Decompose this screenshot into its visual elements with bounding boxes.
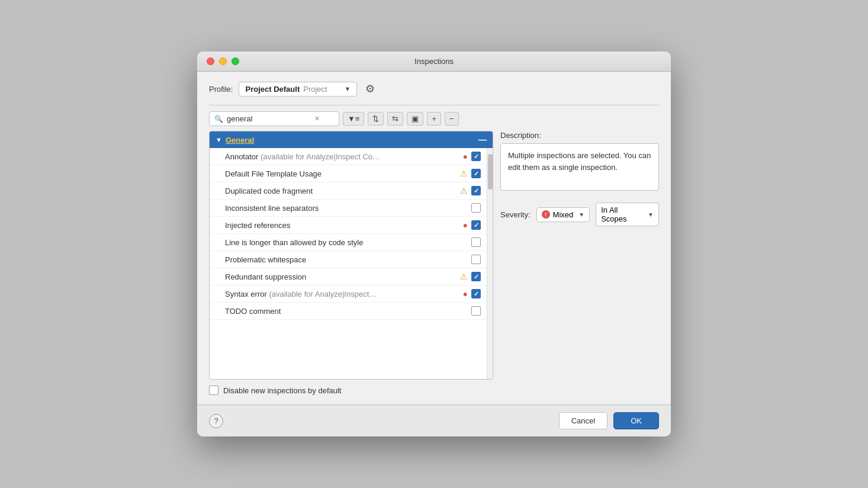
scope-dropdown[interactable]: In All Scopes ▼ [596,203,659,226]
severity-label: Severity: [500,210,531,219]
mixed-severity-icon: ! [542,210,550,219]
scrollbar-thumb[interactable] [488,154,493,190]
chevron-down-icon: ▼ [345,85,351,92]
cancel-button[interactable]: Cancel [559,412,607,429]
gear-button[interactable]: ⚙ [363,81,377,97]
warning-icon: ⚠ [460,272,468,281]
title-bar: Inspections [197,52,671,72]
profile-name: Project Default [245,85,300,94]
inspection-checkbox[interactable] [471,152,481,161]
error-icon: ● [463,289,468,298]
remove-button[interactable]: − [445,112,459,126]
inspection-list: Annotator (available for Analyze|Inspect… [210,148,487,379]
divider [209,105,659,105]
scrollbar-track[interactable] [487,148,493,379]
disable-checkbox[interactable] [209,386,218,395]
minimize-button[interactable] [219,57,227,65]
search-input[interactable] [227,114,310,123]
bottom-buttons: Cancel OK [559,412,659,429]
description-label: Description: [500,131,659,140]
inspection-name: Syntax error (available for Analyze|Insp… [225,290,463,298]
ok-button[interactable]: OK [613,412,659,429]
chevron-down-icon: ▼ [648,211,654,218]
list-item[interactable]: Duplicated code fragment ⚠ [210,182,487,200]
left-panel: ▼ General — Annotator (available for Ana… [209,131,493,380]
search-icon: 🔍 [214,115,223,123]
scroll-area: Annotator (available for Analyze|Inspect… [210,148,493,379]
inspection-checkbox[interactable] [471,306,481,316]
expand-all-button[interactable]: ⇅ [368,112,384,126]
disable-row: Disable new inspections by default [209,386,659,395]
inspection-name: TODO comment [225,307,471,316]
inspection-checkbox[interactable] [471,255,481,264]
help-button[interactable]: ? [209,414,223,428]
maximize-button[interactable] [232,57,239,65]
close-button[interactable] [207,57,214,65]
inspection-name: Problematic whitespace [225,255,471,264]
list-item[interactable]: Injected references ● [210,217,487,234]
group-header[interactable]: ▼ General — [210,131,493,148]
bottom-bar: ? Cancel OK [197,404,671,436]
description-section: Description: Multiple inspections are se… [500,131,659,191]
search-box: 🔍 ✕ [209,111,339,126]
window-title: Inspections [414,57,454,66]
profile-label: Profile: [209,85,233,94]
edit-button[interactable]: ▣ [407,112,423,126]
inspection-name: Line is longer than allowed by code styl… [225,238,471,247]
inspection-name: Injected references [225,221,463,230]
list-item[interactable]: Inconsistent line separators [210,200,487,217]
dialog: Inspections Profile: Project Default Pro… [197,52,671,436]
list-item[interactable]: TODO comment [210,303,487,320]
inspection-checkbox[interactable] [471,186,481,195]
error-icon: ● [463,220,468,230]
inspection-checkbox[interactable] [471,203,481,213]
list-item[interactable]: Annotator (available for Analyze|Inspect… [210,148,487,165]
list-item[interactable]: Problematic whitespace [210,251,487,268]
inspection-checkbox[interactable] [471,289,481,298]
right-panel: Description: Multiple inspections are se… [500,131,659,380]
list-item[interactable]: Line is longer than allowed by code styl… [210,234,487,251]
scope-value: In All Scopes [601,206,642,223]
filter-button[interactable]: ▼≡ [343,112,364,126]
list-item[interactable]: Redundant suppression ⚠ [210,268,487,285]
severity-value: Mixed [553,210,574,219]
inspection-checkbox[interactable] [471,237,481,247]
inspection-checkbox[interactable] [471,169,481,178]
list-item[interactable]: Default File Template Usage ⚠ [210,165,487,182]
inspection-checkbox[interactable] [471,220,481,230]
group-chevron-icon: ▼ [216,136,222,143]
inspection-name: Default File Template Usage [225,169,460,178]
clear-button[interactable]: ✕ [313,115,321,123]
inspection-checkbox[interactable] [471,272,481,281]
chevron-down-icon: ▼ [578,211,584,218]
profile-row: Profile: Project Default Project ▼ ⚙ [209,81,659,97]
inspection-name: Duplicated code fragment [225,187,460,195]
list-item[interactable]: Syntax error (available for Analyze|Insp… [210,285,487,303]
severity-dropdown[interactable]: ! Mixed ▼ [536,207,590,222]
content-area: Profile: Project Default Project ▼ ⚙ 🔍 ✕… [197,72,671,404]
description-box: Multiple inspections are selected. You c… [500,143,659,191]
collapse-all-button[interactable]: ⇆ [387,112,403,126]
warning-icon: ⚠ [460,169,468,178]
inspection-name: Redundant suppression [225,272,460,281]
main-area: ▼ General — Annotator (available for Ana… [209,131,659,380]
group-name: General [226,136,254,145]
group-dash: — [478,135,487,145]
inspection-name: Inconsistent line separators [225,204,471,213]
profile-dropdown[interactable]: Project Default Project ▼ [239,82,357,97]
severity-row: Severity: ! Mixed ▼ In All Scopes ▼ [500,203,659,226]
traffic-lights [207,57,239,65]
toolbar: 🔍 ✕ ▼≡ ⇅ ⇆ ▣ + − [209,111,659,126]
warning-faded-icon: ⚠ [460,186,468,195]
disable-label: Disable new inspections by default [223,386,341,395]
add-button[interactable]: + [427,112,441,126]
profile-sub: Project [303,85,327,94]
error-icon: ● [463,152,468,161]
inspection-name: Annotator (available for Analyze|Inspect… [225,152,463,161]
